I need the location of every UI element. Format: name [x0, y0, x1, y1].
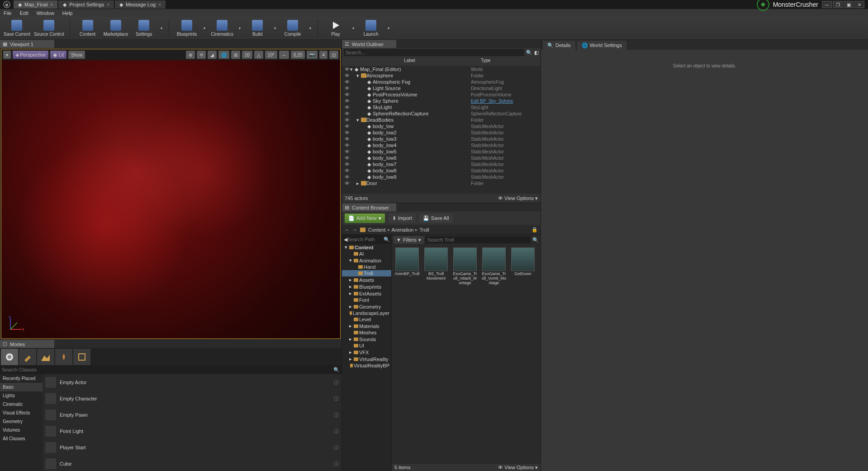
expand-arrow-icon[interactable]: ▸: [349, 323, 353, 329]
visibility-icon[interactable]: 👁: [344, 130, 350, 135]
folder-tree-item[interactable]: UI: [342, 343, 391, 349]
source-status-icon[interactable]: [757, 0, 769, 11]
coord-space-icon[interactable]: ⟲: [197, 51, 206, 59]
expand-arrow-icon[interactable]: ▸: [349, 349, 353, 355]
viewport-maximize-icon[interactable]: ⊡: [329, 51, 338, 59]
content-browser-tab[interactable]: ▤ Content Browser: [342, 203, 396, 211]
outliner-row[interactable]: 👁▾ DeadBodiesFolder: [342, 117, 541, 123]
mode-category[interactable]: Cinematic: [0, 400, 43, 409]
play-button[interactable]: Play: [323, 18, 348, 39]
filters-dropdown[interactable]: ▼ Filters ▾: [394, 236, 424, 244]
folder-tree-item[interactable]: Hand: [342, 264, 391, 270]
folder-tree-item[interactable]: ▸ VirtualReality: [342, 356, 391, 362]
asset-item[interactable]: BS_Troll Movement: [423, 247, 449, 285]
expand-arrow-icon[interactable]: ▸: [349, 290, 353, 296]
menu-file[interactable]: File: [4, 10, 12, 16]
viewport-tab[interactable]: ▦ Viewport 1: [0, 40, 54, 48]
viewport-show-dropdown[interactable]: Show: [68, 51, 85, 59]
mode-category[interactable]: Recently Placed: [0, 374, 43, 383]
outliner-row[interactable]: 👁◆ SphereReflectionCaptureSphereReflecti…: [342, 110, 541, 117]
outliner-row[interactable]: 👁▾ AtmosphereFolder: [342, 72, 541, 79]
outliner-row[interactable]: 👁◆ Sky SphereEdit BP_Sky_Sphere: [342, 98, 541, 104]
mode-category[interactable]: Volumes: [0, 426, 43, 434]
expand-arrow-icon[interactable]: ▸: [349, 277, 353, 283]
grid-snap-toggle[interactable]: ⊞: [231, 51, 240, 59]
info-icon[interactable]: ⓘ: [334, 461, 339, 467]
visibility-icon[interactable]: 👁: [344, 117, 350, 123]
folder-tree-item[interactable]: ▸ Blueprints: [342, 283, 391, 290]
maximize-button[interactable]: ▣: [844, 1, 854, 8]
save-all-button[interactable]: 💾 Save All: [419, 214, 453, 223]
outliner-row[interactable]: 👁▾◆ Map_Final (Editor)World: [342, 66, 541, 72]
outliner-row[interactable]: 👁◆ Atmospheric FogAtmosphericFog: [342, 79, 541, 85]
outliner-filter-icon[interactable]: ◧: [534, 50, 539, 56]
chevron-down-icon[interactable]: ▾: [351, 26, 355, 30]
outliner-row[interactable]: 👁◆ SkyLightSkyLight: [342, 104, 541, 110]
angle-snap-value[interactable]: 10°: [265, 51, 277, 59]
visibility-icon[interactable]: 👁: [344, 79, 350, 85]
source-control-button[interactable]: Source Control: [34, 18, 64, 39]
visibility-icon[interactable]: 👁: [344, 98, 350, 104]
marketplace-button[interactable]: Marketplace: [104, 18, 128, 39]
angle-snap-toggle[interactable]: △: [254, 51, 263, 59]
visibility-icon[interactable]: 👁: [344, 111, 350, 116]
visibility-icon[interactable]: 👁: [344, 155, 350, 161]
breadcrumb-item[interactable]: Content: [368, 227, 386, 233]
outliner-view-options[interactable]: 👁 View Options ▾: [498, 195, 538, 201]
breadcrumb-folder-icon[interactable]: [360, 228, 365, 232]
search-icon[interactable]: 🔍: [532, 237, 539, 243]
outliner-row[interactable]: 👁▸ DoorFolder: [342, 180, 541, 186]
viewport-3d-view[interactable]: x z: [1, 60, 340, 338]
cb-view-options[interactable]: 👁 View Options ▾: [498, 465, 538, 471]
content-button[interactable]: Content: [76, 18, 100, 39]
breadcrumb-item[interactable]: Animation: [392, 227, 414, 233]
expand-arrow-icon[interactable]: ▾: [345, 244, 348, 250]
menu-edit[interactable]: Edit: [20, 10, 28, 16]
expand-arrow-icon[interactable]: ▾: [356, 73, 361, 79]
mode-category[interactable]: All Classes: [0, 434, 43, 443]
camera-speed-value[interactable]: 4: [319, 51, 327, 59]
placeable-item[interactable]: Empty Characterⓘ: [43, 390, 342, 407]
expand-arrow-icon[interactable]: ▾: [349, 257, 353, 263]
breadcrumb-item[interactable]: Troll: [419, 227, 429, 233]
folder-tree-item[interactable]: ▾ Content: [342, 244, 391, 251]
scale-snap-toggle[interactable]: ↔: [279, 51, 289, 59]
visibility-icon[interactable]: 👁: [344, 168, 350, 173]
expand-arrow-icon[interactable]: ▾: [350, 67, 355, 72]
chevron-down-icon[interactable]: ▾: [308, 26, 312, 30]
world-settings-tab[interactable]: 🌐World Settings: [577, 41, 626, 50]
outliner-row[interactable]: 👁◆ body_low9StaticMeshActor: [342, 174, 541, 180]
globe-icon[interactable]: 🌐: [218, 51, 229, 59]
visibility-icon[interactable]: 👁: [344, 143, 350, 148]
paint-mode-icon[interactable]: [19, 349, 36, 365]
folder-tree-item[interactable]: ▾ Animation: [342, 257, 391, 264]
place-mode-icon[interactable]: [1, 349, 18, 365]
close-button[interactable]: ✕: [854, 1, 864, 8]
outliner-row[interactable]: 👁◆ body_low6StaticMeshActor: [342, 155, 541, 161]
folder-tree-item[interactable]: Level: [342, 316, 391, 323]
camera-speed-icon[interactable]: 📷: [307, 51, 318, 59]
mode-category[interactable]: Lights: [0, 391, 43, 400]
info-icon[interactable]: ⓘ: [334, 444, 339, 451]
cb-tree-search-input[interactable]: [347, 237, 384, 242]
chevron-down-icon[interactable]: ▾: [203, 26, 206, 30]
info-icon[interactable]: ⓘ: [334, 395, 339, 402]
minimize-button[interactable]: —: [822, 1, 832, 8]
folder-tree-item[interactable]: Meshes: [342, 329, 391, 336]
close-icon[interactable]: ×: [107, 2, 109, 7]
info-icon[interactable]: ⓘ: [334, 379, 339, 386]
expand-arrow-icon[interactable]: ▾: [356, 117, 361, 123]
expand-arrow-icon[interactable]: ▸: [349, 304, 353, 309]
asset-item[interactable]: AnimBP_Troll: [394, 247, 420, 285]
sources-toggle-icon[interactable]: ◀: [344, 237, 347, 243]
visibility-icon[interactable]: 👁: [344, 149, 350, 154]
placeable-item[interactable]: Point Lightⓘ: [43, 423, 342, 439]
launch-button[interactable]: Launch: [359, 18, 383, 39]
info-icon[interactable]: ⓘ: [334, 412, 339, 419]
asset-item[interactable]: GetDown: [510, 247, 536, 285]
breadcrumb-lock-icon[interactable]: 🔒: [531, 227, 538, 233]
compile-button[interactable]: Compile: [280, 18, 305, 39]
modes-tab[interactable]: ⬡ Modes: [0, 340, 54, 348]
add-new-button[interactable]: 📄 Add New ▾: [345, 214, 385, 223]
mode-category[interactable]: Visual Effects: [0, 409, 43, 417]
